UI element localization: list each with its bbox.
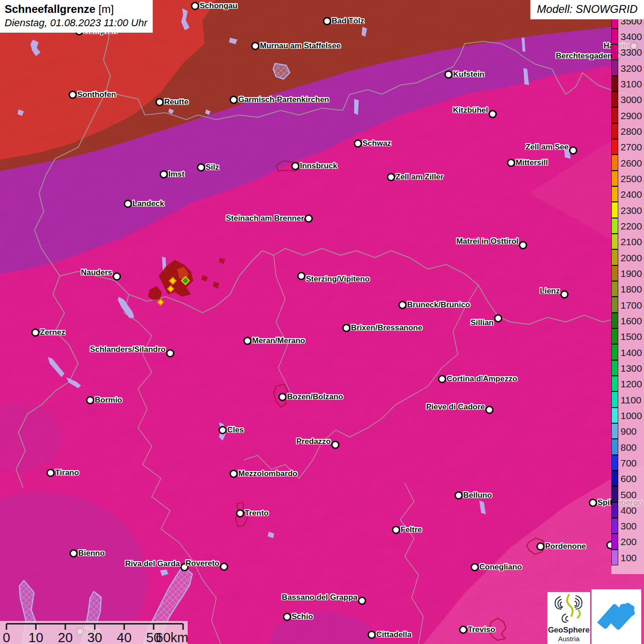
colorbar-cell: 3000: [611, 92, 644, 108]
city-dot: [358, 597, 366, 605]
city-label: Pieve di Cadore: [426, 402, 485, 412]
colorbar-cell: 1200: [611, 376, 644, 392]
city-dot: [560, 290, 569, 299]
colorbar-swatch: [611, 171, 618, 186]
colorbar-swatch: [611, 502, 618, 518]
colorbar-cell: 100: [611, 550, 644, 565]
city-dot: [342, 324, 351, 332]
colorbar-value: 3200: [618, 63, 642, 73]
city-dot: [398, 301, 407, 309]
scale-bar: 0102030405060km: [0, 621, 188, 644]
colorbar-swatch: [611, 107, 618, 123]
colorbar-cell: 2700: [611, 139, 644, 155]
colorbar-value: 3100: [618, 79, 642, 89]
colorbar-value: 2500: [618, 174, 642, 184]
colorbar-cell: 300: [611, 518, 644, 534]
colorbar-cell: 1400: [611, 345, 644, 360]
city-label: Lienz: [540, 287, 560, 296]
map-datetime: Dienstag, 01.08.2023 11:00 Uhr: [5, 17, 147, 29]
geosphere-contour-icon: [547, 592, 590, 624]
colorbar-cell: 1000: [611, 408, 644, 423]
city-label: Zernez: [40, 328, 65, 337]
colorbar-cell: 3400: [611, 29, 644, 44]
city-dot: [507, 159, 515, 167]
city-label: Schio: [292, 612, 313, 621]
city-label: Nauders: [81, 268, 112, 277]
city-label: Belluno: [463, 491, 492, 500]
colorbar-value: 2300: [618, 206, 642, 215]
blue-mountain-icon: [592, 589, 641, 644]
city-dot: [230, 470, 238, 478]
city-label: Sillian: [471, 318, 494, 328]
colorbar-swatch: [611, 186, 618, 202]
city-label: Kitzbühel: [453, 106, 489, 115]
city-label: Silz: [206, 163, 219, 172]
snowfall-line-map: SchongauBad TölzKemptenMurnau am Staffel…: [0, 0, 644, 644]
city-label: Zell am Ziller: [396, 172, 443, 182]
city-label: Schlanders/Silandro: [90, 345, 166, 354]
geosphere-country: Austria: [547, 635, 590, 643]
colorbar-cell: 1700: [611, 297, 644, 313]
colorbar-value: 2100: [618, 237, 642, 247]
city-label: Steinach am Brenner: [226, 214, 304, 223]
colorbar-swatch: [611, 376, 618, 391]
colorbar-value: 1500: [618, 332, 642, 341]
colorbar-swatch: [611, 249, 618, 265]
colorbar-swatch: [611, 139, 618, 155]
colorbar-swatch: [611, 123, 618, 139]
colorbar-swatch: [611, 391, 618, 407]
colorbar-cell: 1500: [611, 329, 644, 345]
colorbar-value: 2000: [618, 253, 642, 263]
colorbar-value: 1700: [618, 300, 642, 310]
colorbar-swatch: [611, 60, 618, 75]
colorbar-swatch: [611, 423, 618, 439]
scale-bar-label: 40: [117, 630, 132, 644]
city-dot: [46, 469, 55, 477]
colorbar-cell: 1300: [611, 360, 644, 376]
colorbar-value: 1100: [618, 395, 641, 405]
city-dot: [368, 631, 376, 639]
colorbar-cell: 2300: [611, 202, 644, 218]
city-label: Conegliano: [479, 563, 522, 572]
city-dot: [459, 626, 467, 634]
colorbar-value: 800: [618, 443, 637, 452]
colorbar-swatch: [611, 486, 618, 502]
city-label: Murnau am Staffelsee: [260, 41, 341, 51]
city-label: Imst: [168, 170, 184, 179]
city-dot: [485, 406, 494, 414]
city-markers-layer: SchongauBad TölzKemptenMurnau am Staffel…: [0, 0, 644, 644]
city-dot: [305, 214, 313, 223]
city-dot: [220, 563, 228, 571]
colorbar-cell: 700: [611, 455, 644, 471]
city-label: Zell am See: [525, 143, 569, 152]
colorbar-swatch: [611, 518, 618, 534]
city-label: Cittadella: [376, 630, 412, 639]
colorbar-cell: 2100: [611, 234, 644, 250]
city-label: Tirano: [55, 468, 79, 477]
city-dot: [494, 314, 502, 322]
city-label: Treviso: [468, 625, 495, 634]
city-dot: [438, 375, 446, 383]
colorbar-value: 3400: [618, 32, 642, 41]
colorbar-value: 400: [618, 506, 637, 515]
city-label: Bassano del Grappa: [282, 593, 357, 602]
colorbar-value: 300: [618, 521, 637, 531]
colorbar-swatch: [611, 265, 618, 281]
colorbar-cell: 900: [611, 424, 644, 439]
city-dot: [569, 146, 577, 155]
colorbar-value: 1200: [618, 379, 642, 389]
colorbar-cell: 400: [611, 502, 644, 518]
city-dot: [387, 173, 395, 181]
colorbar-value: 600: [618, 474, 637, 483]
city-dot: [86, 396, 94, 404]
colorbar-value: 2700: [618, 142, 642, 152]
colorbar-cell: 2600: [611, 155, 644, 171]
city-label: Meran/Merano: [252, 336, 305, 345]
colorbar-swatch: [611, 297, 618, 312]
city-label: Sonthofen: [77, 90, 116, 99]
city-dot: [31, 328, 40, 337]
colorbar-value: 2800: [618, 126, 642, 136]
colorbar-swatch: [611, 471, 618, 486]
city-dot: [218, 426, 227, 434]
city-dot: [278, 393, 287, 401]
